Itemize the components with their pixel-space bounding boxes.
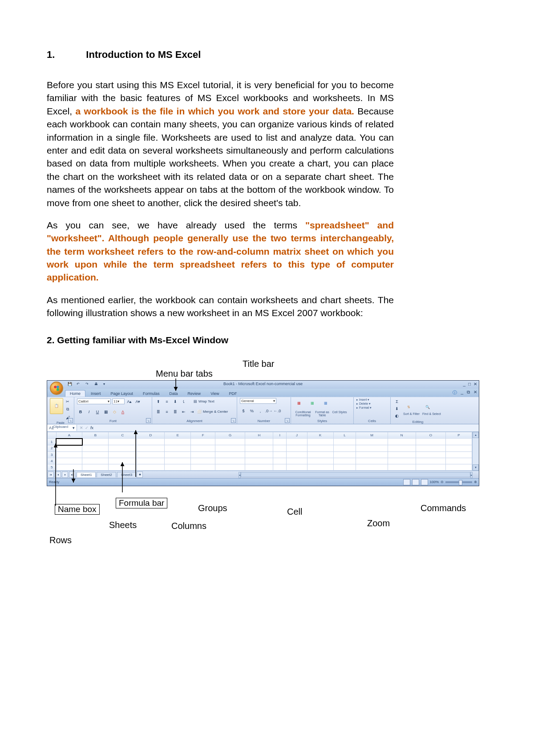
scroll-right-icon[interactable]: ▸ — [470, 472, 473, 478]
underline-button[interactable]: U — [94, 408, 101, 415]
close-button[interactable]: ✕ — [473, 382, 477, 386]
font-size-combo[interactable]: 11▾ — [112, 398, 125, 404]
col-header[interactable]: M — [356, 432, 388, 439]
clipboard-launcher[interactable]: ↘ — [68, 418, 73, 423]
col-header[interactable]: A — [56, 432, 82, 439]
delete-cells-button[interactable]: ▸ Delete ▾ — [356, 402, 388, 406]
zoom-out-button[interactable]: ⊖ — [441, 480, 444, 484]
col-header[interactable]: O — [416, 432, 445, 439]
col-header[interactable]: L — [333, 432, 356, 439]
row-header[interactable]: 4 — [48, 458, 57, 464]
col-header[interactable]: E — [165, 432, 191, 439]
tab-pdf[interactable]: PDF — [224, 390, 241, 397]
conditional-formatting-button[interactable]: ▦ — [294, 398, 304, 409]
number-format-combo[interactable]: General▾ — [240, 398, 276, 404]
col-header[interactable]: N — [388, 432, 416, 439]
format-cells-button[interactable]: ▸ Format ▾ — [356, 406, 388, 410]
clear-icon[interactable]: ◐ — [393, 412, 400, 419]
paste-button[interactable]: 📋 — [50, 398, 63, 414]
ribbon-minimize-button[interactable]: _ — [461, 390, 463, 396]
align-top-icon[interactable]: ⬆ — [155, 398, 162, 405]
row-header[interactable]: 1 — [48, 439, 57, 445]
italic-button[interactable]: I — [85, 408, 93, 415]
sheet-tab-3[interactable]: Sheet3 — [117, 472, 136, 477]
sheet-tab-2[interactable]: Sheet2 — [97, 472, 116, 477]
alignment-launcher[interactable]: ↘ — [231, 418, 236, 423]
minimize-button[interactable]: _ — [463, 382, 465, 386]
bold-button[interactable]: B — [77, 408, 84, 415]
align-middle-icon[interactable]: ≡ — [163, 398, 170, 405]
horizontal-scrollbar[interactable]: ◂ ▸ — [239, 472, 473, 477]
col-header[interactable]: D — [137, 432, 165, 439]
cancel-formula-icon[interactable]: ✕ — [80, 426, 83, 430]
wrap-text-button[interactable]: ▤Wrap Text — [194, 399, 214, 403]
indent-dec-icon[interactable]: ⇤ — [180, 408, 187, 415]
increase-decimal-icon[interactable]: .0→ — [265, 407, 272, 415]
tab-review[interactable]: Review — [183, 390, 206, 397]
tab-page-layout[interactable]: Page Layout — [106, 390, 138, 397]
col-header[interactable]: B — [82, 432, 109, 439]
merge-center-button[interactable]: ⬜Merge & Center — [197, 410, 228, 414]
currency-icon[interactable]: $ — [240, 407, 247, 415]
align-right-icon[interactable]: ≣ — [172, 408, 179, 415]
font-launcher[interactable]: ↘ — [146, 418, 151, 423]
fill-icon[interactable]: ⬇ — [393, 405, 400, 412]
select-all-corner[interactable] — [48, 432, 57, 439]
zoom-slider[interactable] — [445, 481, 472, 483]
sheet-tab-1[interactable]: Sheet1 — [77, 472, 96, 477]
border-button[interactable]: ▦ — [102, 408, 109, 415]
align-bottom-icon[interactable]: ⬇ — [172, 398, 179, 405]
sheet-nav-prev[interactable]: ◂ — [55, 471, 61, 478]
help-icon[interactable]: ⓘ — [453, 390, 457, 396]
cell-styles-button[interactable]: ▦ — [320, 398, 331, 409]
col-header[interactable]: H — [245, 432, 273, 439]
maximize-button[interactable]: □ — [468, 382, 471, 386]
tab-data[interactable]: Data — [165, 390, 182, 397]
col-header[interactable]: C — [109, 432, 137, 439]
row-header[interactable]: 5 — [48, 464, 57, 470]
grow-font-icon[interactable]: A▴ — [126, 398, 133, 405]
autosum-icon[interactable]: Σ — [393, 398, 400, 405]
ribbon-close-button[interactable]: ✕ — [473, 390, 477, 396]
scroll-up-icon[interactable]: ▲ — [473, 432, 479, 438]
view-page-break-icon[interactable] — [421, 479, 428, 485]
col-header[interactable]: F — [191, 432, 215, 439]
indent-inc-icon[interactable]: ⇥ — [189, 408, 196, 415]
align-center-icon[interactable]: ≡ — [163, 408, 170, 415]
vertical-scrollbar[interactable]: ▲ ▼ — [472, 432, 479, 471]
tab-formulas[interactable]: Formulas — [138, 390, 164, 397]
zoom-in-button[interactable]: ⊕ — [474, 480, 477, 484]
format-as-table-button[interactable]: ▦ — [307, 398, 318, 409]
fill-color-button[interactable]: ◇ — [111, 408, 118, 415]
sheet-nav-first[interactable]: |◂ — [48, 471, 54, 478]
row-header[interactable]: 3 — [48, 451, 57, 458]
worksheet-grid[interactable]: A B C D E F G H I J K L M N O — [47, 432, 472, 471]
number-launcher[interactable]: ↘ — [285, 418, 290, 423]
col-header[interactable]: G — [215, 432, 245, 439]
font-name-combo[interactable]: Calibri▾ — [77, 398, 111, 404]
col-header[interactable]: K — [307, 432, 333, 439]
sort-filter-button[interactable]: ⇅ Sort & Filter — [403, 402, 420, 415]
percent-icon[interactable]: % — [248, 407, 255, 415]
ribbon-restore-button[interactable]: ⧉ — [467, 390, 470, 396]
insert-cells-button[interactable]: ▸ Insert ▾ — [356, 398, 388, 402]
tab-insert[interactable]: Insert — [86, 390, 105, 397]
enter-formula-icon[interactable]: ✓ — [85, 426, 89, 430]
scroll-down-icon[interactable]: ▼ — [473, 464, 479, 471]
col-header[interactable]: J — [287, 432, 307, 439]
office-button[interactable] — [50, 382, 63, 395]
align-left-icon[interactable]: ≣ — [155, 408, 162, 415]
tab-view[interactable]: View — [206, 390, 223, 397]
decrease-decimal-icon[interactable]: ←.0 — [274, 407, 281, 415]
col-header[interactable]: I — [273, 432, 287, 439]
new-sheet-button[interactable]: ✱ — [137, 471, 143, 478]
orientation-icon[interactable]: ⤹ — [180, 398, 187, 405]
view-page-layout-icon[interactable] — [412, 479, 419, 485]
cell-a1[interactable] — [56, 439, 82, 445]
sheet-nav-last[interactable]: ▸| — [69, 471, 75, 478]
row-header[interactable]: 2 — [48, 445, 57, 452]
find-select-button[interactable]: 🔍 Find & Select — [422, 402, 441, 415]
col-header[interactable]: P — [445, 432, 472, 439]
comma-icon[interactable]: , — [257, 407, 264, 415]
copy-icon[interactable]: ⧉ — [64, 406, 71, 413]
